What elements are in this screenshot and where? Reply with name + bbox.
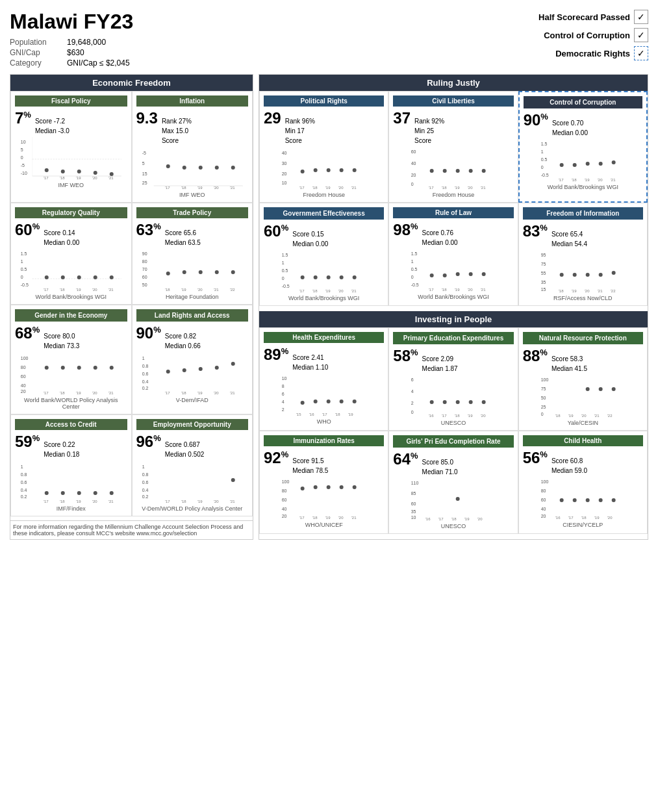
corruption-chart: 1.5 1 0.5 0 -0.5 '17 '18 '19 '20: [524, 139, 642, 181]
girls-edu-pct: 64%: [393, 450, 418, 468]
svg-text:25: 25: [540, 405, 546, 409]
rule-law-chart: 1.5 1 0.5 0 -0.5 '17 '18 '19 '20: [393, 249, 513, 291]
svg-text:6: 6: [282, 392, 285, 396]
svg-text:0.8: 0.8: [21, 472, 27, 477]
svg-text:1: 1: [282, 260, 285, 265]
rule-law-title: Rule of Law: [393, 207, 513, 218]
svg-text:50: 50: [142, 283, 147, 287]
svg-point-183: [430, 273, 434, 277]
investing-header: Investing in People: [259, 311, 648, 327]
svg-text:40: 40: [21, 383, 26, 388]
header: Malawi FY23 Population 19,648,000 GNI/Ca…: [10, 10, 648, 68]
svg-text:'19: '19: [571, 289, 576, 292]
svg-text:'17: '17: [558, 178, 563, 181]
land-source: V-Dem/IFAD: [136, 397, 249, 403]
natural-res-title: Natural Resource Protection: [523, 332, 643, 344]
svg-text:1.5: 1.5: [21, 251, 27, 256]
svg-text:0: 0: [411, 410, 414, 414]
svg-point-54: [166, 272, 170, 275]
political-pct: 29: [264, 109, 281, 127]
svg-text:'21: '21: [594, 414, 599, 417]
svg-text:'20: '20: [213, 500, 218, 503]
svg-text:40: 40: [282, 507, 287, 511]
econ-top-row: Fiscal Policy 7% Score -7.2 Median -3.0 …: [10, 91, 253, 203]
svg-text:0.5: 0.5: [21, 267, 27, 272]
svg-text:0.6: 0.6: [142, 372, 148, 376]
girls-edu-source: UNESCO: [393, 523, 513, 529]
svg-point-229: [456, 400, 460, 404]
svg-point-40: [61, 275, 65, 279]
girls-edu-score-line: 64% Score 85.0 Median 71.0: [393, 450, 513, 477]
svg-text:'19: '19: [76, 288, 81, 291]
svg-text:0.6: 0.6: [142, 480, 148, 485]
girls-edu-chart: 110 85 60 35 10 '16 '17 '18 '19 '20: [393, 478, 513, 520]
svg-text:0: 0: [411, 275, 414, 279]
svg-text:80: 80: [282, 488, 287, 493]
svg-text:'19: '19: [197, 186, 202, 189]
svg-text:0.4: 0.4: [142, 379, 148, 384]
svg-text:'17: '17: [438, 517, 444, 520]
svg-text:'19: '19: [76, 391, 81, 394]
badge-democratic: Democratic Rights ✓: [492, 46, 648, 60]
badge-corruption-label: Control of Corruption: [544, 31, 630, 40]
svg-text:1: 1: [540, 149, 543, 154]
invest-top-row: Health Expenditures 89% Score 2.41 Media…: [259, 327, 648, 431]
land-pct: 90%: [136, 324, 161, 342]
svg-text:'20: '20: [607, 516, 612, 519]
civil-lib-card: Civil Liberties 37 Rank 92% Min 25 Score…: [388, 91, 518, 203]
trade-source: Heritage Foundation: [136, 294, 249, 300]
rule-law-source: World Bank/Brookings WGI: [393, 294, 513, 300]
svg-text:60: 60: [142, 275, 147, 279]
health-exp-score-line: 89% Score 2.41 Median 1.10: [264, 346, 384, 372]
svg-point-87: [214, 366, 218, 370]
main-grid: Economic Freedom Fiscal Policy 7% Score …: [10, 74, 648, 540]
rule-law-score-line: 98% Score 0.76 Median 0.00: [393, 221, 513, 247]
political-details: Rank 96% Min 17 Score: [285, 116, 315, 146]
credit-details: Score 0.22 Median 0.18: [44, 440, 79, 459]
svg-text:'20: '20: [597, 178, 602, 181]
svg-text:'20: '20: [481, 414, 486, 417]
svg-text:75: 75: [540, 262, 546, 266]
inflation-title: Inflation: [136, 95, 249, 107]
svg-text:35: 35: [411, 509, 416, 514]
corruption-card: Control of Corruption 90% Score 0.70 Med…: [518, 91, 648, 203]
svg-text:'15: '15: [296, 412, 301, 416]
svg-point-153: [559, 163, 563, 167]
svg-text:'21: '21: [351, 186, 357, 189]
svg-text:'20: '20: [477, 517, 483, 520]
svg-text:'21: '21: [351, 289, 357, 292]
investing-section: Investing in People Health Expenditures …: [259, 311, 648, 534]
economic-freedom-header: Economic Freedom: [10, 75, 253, 91]
svg-text:'17: '17: [164, 500, 170, 503]
svg-text:1.5: 1.5: [282, 253, 288, 257]
svg-text:'21: '21: [108, 391, 114, 394]
svg-point-184: [443, 273, 447, 277]
svg-text:60: 60: [540, 498, 546, 502]
credit-pct: 59%: [15, 433, 40, 451]
svg-point-55: [182, 270, 186, 274]
regulatory-title: Regulatory Quality: [15, 207, 127, 218]
trade-card: Trade Policy 63% Score 65.6 Median 63.5 …: [132, 203, 253, 305]
fiscal-source: IMF WEO: [15, 182, 127, 188]
svg-point-139: [443, 169, 447, 173]
svg-text:'20: '20: [581, 414, 586, 417]
svg-text:85: 85: [411, 491, 416, 496]
svg-text:'18: '18: [181, 391, 186, 394]
child-health-source: CIESIN/YCELP: [523, 522, 643, 528]
svg-point-141: [469, 169, 473, 173]
ruling-header: Ruling Justly: [259, 75, 648, 91]
regulatory-card: Regulatory Quality 60% Score 0.14 Median…: [10, 203, 132, 305]
credit-chart: 1 0.8 0.6 0.4 0.2 '17 '18 '19 '20: [15, 461, 127, 503]
inflation-source: IMF WEO: [136, 192, 249, 198]
svg-text:30: 30: [282, 161, 287, 166]
svg-text:'19: '19: [197, 391, 202, 394]
svg-point-102: [94, 491, 97, 495]
svg-text:0.5: 0.5: [411, 267, 418, 272]
civil-title: Civil Liberties: [393, 95, 513, 107]
ruling-top-row: Political Rights 29 Rank 96% Min 17 Scor…: [259, 91, 648, 203]
gender-details: Score 80.0 Median 73.3: [44, 331, 79, 351]
svg-text:'18: '18: [442, 288, 447, 291]
svg-text:5: 5: [21, 147, 23, 152]
svg-text:1: 1: [21, 259, 23, 264]
svg-point-215: [327, 400, 331, 403]
